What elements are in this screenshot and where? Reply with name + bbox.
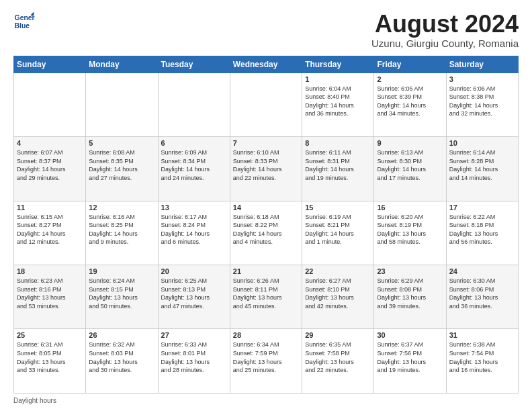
day-info: Sunrise: 6:09 AM Sunset: 8:34 PM Dayligh… (161, 148, 227, 182)
day-cell: 2Sunrise: 6:05 AM Sunset: 8:39 PM Daylig… (374, 73, 446, 136)
day-info: Sunrise: 6:08 AM Sunset: 8:35 PM Dayligh… (89, 148, 154, 182)
day-number: 9 (377, 139, 443, 147)
day-cell: 21Sunrise: 6:26 AM Sunset: 8:11 PM Dayli… (230, 265, 302, 329)
week-row-1: 1Sunrise: 6:04 AM Sunset: 8:40 PM Daylig… (14, 73, 519, 136)
day-info: Sunrise: 6:22 AM Sunset: 8:18 PM Dayligh… (449, 213, 515, 246)
calendar-subtitle: Uzunu, Giurgiu County, Romania (371, 38, 519, 49)
day-cell: 15Sunrise: 6:19 AM Sunset: 8:21 PM Dayli… (302, 201, 374, 265)
footer-note: Daylight hours (13, 397, 519, 404)
day-cell: 27Sunrise: 6:33 AM Sunset: 8:01 PM Dayli… (158, 329, 230, 394)
day-info: Sunrise: 6:35 AM Sunset: 7:58 PM Dayligh… (305, 340, 371, 374)
title-block: August 2024 Uzunu, Giurgiu County, Roman… (371, 11, 519, 49)
day-info: Sunrise: 6:13 AM Sunset: 8:30 PM Dayligh… (377, 148, 443, 182)
day-header-thursday: Thursday (302, 56, 374, 73)
day-header-sunday: Sunday (14, 56, 86, 73)
day-info: Sunrise: 6:24 AM Sunset: 8:15 PM Dayligh… (89, 277, 154, 310)
day-cell: 29Sunrise: 6:35 AM Sunset: 7:58 PM Dayli… (302, 329, 374, 394)
day-number: 2 (377, 75, 443, 83)
week-row-3: 11Sunrise: 6:15 AM Sunset: 8:27 PM Dayli… (14, 201, 519, 265)
day-cell: 14Sunrise: 6:18 AM Sunset: 8:22 PM Dayli… (230, 201, 302, 265)
day-cell: 11Sunrise: 6:15 AM Sunset: 8:27 PM Dayli… (14, 201, 86, 265)
day-cell: 13Sunrise: 6:17 AM Sunset: 8:24 PM Dayli… (158, 201, 230, 265)
day-number: 12 (89, 203, 154, 212)
day-info: Sunrise: 6:10 AM Sunset: 8:33 PM Dayligh… (233, 148, 299, 182)
day-number: 1 (305, 75, 371, 83)
day-number: 4 (17, 139, 83, 147)
day-info: Sunrise: 6:29 AM Sunset: 8:08 PM Dayligh… (377, 277, 443, 310)
day-info: Sunrise: 6:14 AM Sunset: 8:28 PM Dayligh… (449, 148, 515, 182)
day-cell: 12Sunrise: 6:16 AM Sunset: 8:25 PM Dayli… (86, 201, 158, 265)
day-cell (14, 73, 86, 136)
day-number: 30 (377, 331, 443, 339)
day-cell: 10Sunrise: 6:14 AM Sunset: 8:28 PM Dayli… (446, 137, 518, 201)
week-row-5: 25Sunrise: 6:31 AM Sunset: 8:05 PM Dayli… (14, 329, 519, 394)
day-number: 23 (377, 267, 443, 275)
day-info: Sunrise: 6:07 AM Sunset: 8:37 PM Dayligh… (17, 148, 83, 182)
page: General Blue August 2024 Uzunu, Giurgiu … (0, 0, 532, 411)
day-cell: 16Sunrise: 6:20 AM Sunset: 8:19 PM Dayli… (374, 201, 446, 265)
footer-text: Daylight hours (13, 397, 56, 404)
day-info: Sunrise: 6:37 AM Sunset: 7:56 PM Dayligh… (377, 340, 443, 374)
calendar-table: SundayMondayTuesdayWednesdayThursdayFrid… (13, 56, 519, 394)
day-info: Sunrise: 6:06 AM Sunset: 8:38 PM Dayligh… (449, 85, 515, 118)
day-info: Sunrise: 6:33 AM Sunset: 8:01 PM Dayligh… (161, 340, 227, 374)
day-info: Sunrise: 6:38 AM Sunset: 7:54 PM Dayligh… (449, 340, 515, 374)
svg-text:Blue: Blue (15, 22, 30, 30)
day-info: Sunrise: 6:15 AM Sunset: 8:27 PM Dayligh… (17, 213, 83, 246)
day-header-saturday: Saturday (446, 56, 518, 73)
day-number: 29 (305, 331, 371, 339)
day-cell: 28Sunrise: 6:34 AM Sunset: 7:59 PM Dayli… (230, 329, 302, 394)
day-info: Sunrise: 6:31 AM Sunset: 8:05 PM Dayligh… (17, 340, 83, 374)
day-header-monday: Monday (86, 56, 158, 73)
day-cell: 23Sunrise: 6:29 AM Sunset: 8:08 PM Dayli… (374, 265, 446, 329)
day-number: 18 (17, 267, 83, 275)
header: General Blue August 2024 Uzunu, Giurgiu … (13, 11, 519, 49)
logo-icon: General Blue (13, 11, 35, 32)
day-cell: 24Sunrise: 6:30 AM Sunset: 8:06 PM Dayli… (446, 265, 518, 329)
day-cell (86, 73, 158, 136)
day-info: Sunrise: 6:32 AM Sunset: 8:03 PM Dayligh… (89, 340, 154, 374)
day-cell: 22Sunrise: 6:27 AM Sunset: 8:10 PM Dayli… (302, 265, 374, 329)
day-number: 22 (305, 267, 371, 275)
day-number: 13 (161, 203, 227, 212)
day-info: Sunrise: 6:20 AM Sunset: 8:19 PM Dayligh… (377, 213, 443, 246)
day-cell: 8Sunrise: 6:11 AM Sunset: 8:31 PM Daylig… (302, 137, 374, 201)
day-number: 7 (233, 139, 299, 147)
day-number: 27 (161, 331, 227, 339)
day-cell: 17Sunrise: 6:22 AM Sunset: 8:18 PM Dayli… (446, 201, 518, 265)
day-cell: 18Sunrise: 6:23 AM Sunset: 8:16 PM Dayli… (14, 265, 86, 329)
day-number: 3 (449, 75, 515, 83)
day-header-wednesday: Wednesday (230, 56, 302, 73)
day-cell: 19Sunrise: 6:24 AM Sunset: 8:15 PM Dayli… (86, 265, 158, 329)
day-cell: 5Sunrise: 6:08 AM Sunset: 8:35 PM Daylig… (86, 137, 158, 201)
day-number: 26 (89, 331, 154, 339)
day-cell: 6Sunrise: 6:09 AM Sunset: 8:34 PM Daylig… (158, 137, 230, 201)
day-info: Sunrise: 6:26 AM Sunset: 8:11 PM Dayligh… (233, 277, 299, 310)
day-cell (158, 73, 230, 136)
day-number: 10 (449, 139, 515, 147)
day-info: Sunrise: 6:11 AM Sunset: 8:31 PM Dayligh… (305, 148, 371, 182)
day-cell: 9Sunrise: 6:13 AM Sunset: 8:30 PM Daylig… (374, 137, 446, 201)
day-cell: 1Sunrise: 6:04 AM Sunset: 8:40 PM Daylig… (302, 73, 374, 136)
day-number: 16 (377, 203, 443, 212)
week-row-4: 18Sunrise: 6:23 AM Sunset: 8:16 PM Dayli… (14, 265, 519, 329)
day-number: 19 (89, 267, 154, 275)
day-cell: 3Sunrise: 6:06 AM Sunset: 8:38 PM Daylig… (446, 73, 518, 136)
day-info: Sunrise: 6:19 AM Sunset: 8:21 PM Dayligh… (305, 213, 371, 246)
logo: General Blue (13, 11, 35, 32)
day-number: 11 (17, 203, 83, 212)
day-number: 21 (233, 267, 299, 275)
day-number: 17 (449, 203, 515, 212)
day-number: 31 (449, 331, 515, 339)
day-header-friday: Friday (374, 56, 446, 73)
day-header-tuesday: Tuesday (158, 56, 230, 73)
day-number: 8 (305, 139, 371, 147)
day-number: 6 (161, 139, 227, 147)
day-info: Sunrise: 6:23 AM Sunset: 8:16 PM Dayligh… (17, 277, 83, 310)
day-cell: 4Sunrise: 6:07 AM Sunset: 8:37 PM Daylig… (14, 137, 86, 201)
day-cell: 31Sunrise: 6:38 AM Sunset: 7:54 PM Dayli… (446, 329, 518, 394)
day-info: Sunrise: 6:34 AM Sunset: 7:59 PM Dayligh… (233, 340, 299, 374)
day-info: Sunrise: 6:05 AM Sunset: 8:39 PM Dayligh… (377, 85, 443, 118)
day-info: Sunrise: 6:04 AM Sunset: 8:40 PM Dayligh… (305, 85, 371, 118)
day-info: Sunrise: 6:25 AM Sunset: 8:13 PM Dayligh… (161, 277, 227, 310)
